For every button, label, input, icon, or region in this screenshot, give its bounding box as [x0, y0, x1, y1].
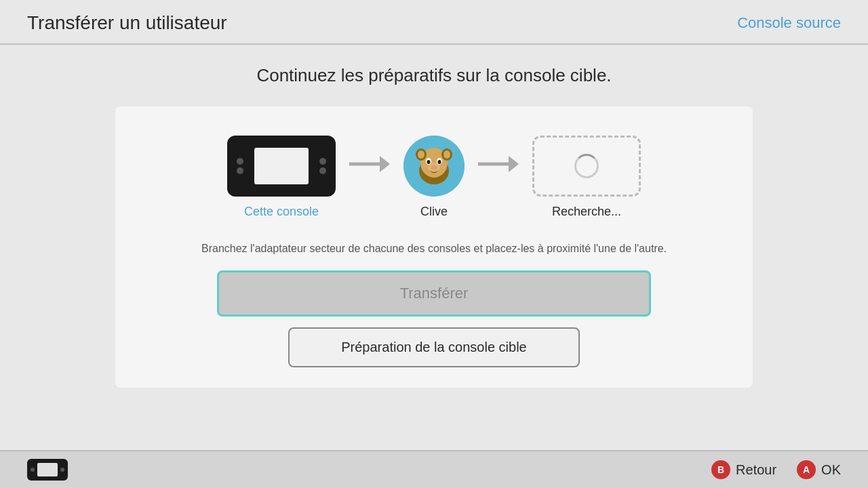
- arrow-item-2: [478, 134, 519, 220]
- console-screen: [254, 148, 309, 184]
- page-title: Transférer un utilisateur: [27, 12, 227, 34]
- target-box: [532, 136, 641, 197]
- b-button-badge: B: [711, 460, 730, 479]
- footer-console: [27, 459, 68, 481]
- target-label: Recherche...: [552, 205, 621, 219]
- target-console-item: Recherche...: [532, 136, 641, 219]
- loading-spinner: [574, 154, 599, 178]
- user-name-label: Clive: [420, 205, 448, 219]
- back-label: Retour: [736, 462, 776, 478]
- prepare-button[interactable]: Préparation de la console cible: [288, 327, 580, 367]
- instruction-text: Branchez l'adaptateur secteur de chacune…: [201, 241, 667, 257]
- footer: B Retour A OK: [0, 450, 868, 488]
- ok-label: OK: [821, 462, 841, 478]
- avatar-image: [403, 136, 465, 197]
- footer-dot-left: [31, 468, 35, 472]
- svg-marker-1: [380, 156, 390, 172]
- back-button-group[interactable]: B Retour: [711, 460, 776, 479]
- source-console-label: Cette console: [244, 205, 319, 219]
- svg-point-15: [440, 165, 447, 169]
- console-dot-br: [319, 167, 326, 174]
- console-dot-bl: [237, 167, 243, 174]
- footer-dot-right: [60, 468, 64, 472]
- ok-button-group[interactable]: A OK: [797, 460, 841, 479]
- svg-marker-18: [509, 156, 519, 172]
- main-content: Continuez les préparatifs sur la console…: [0, 45, 868, 408]
- svg-point-7: [418, 150, 425, 159]
- footer-console-icon: [27, 459, 68, 481]
- svg-point-11: [427, 160, 431, 164]
- arrow-icon: [349, 150, 390, 178]
- main-subtitle: Continuez les préparatifs sur la console…: [256, 65, 611, 86]
- svg-point-8: [443, 150, 450, 159]
- arrow-item: [349, 134, 390, 220]
- console-left-buttons: [237, 158, 243, 174]
- user-avatar-item: Clive: [403, 136, 465, 219]
- console-icon: [227, 136, 336, 197]
- transfer-button[interactable]: Transférer: [217, 270, 651, 317]
- transfer-row: Cette console: [227, 134, 641, 220]
- footer-screen: [37, 463, 58, 476]
- transfer-card: Cette console: [115, 106, 753, 388]
- footer-buttons: B Retour A OK: [711, 460, 841, 479]
- a-button-badge: A: [797, 460, 816, 479]
- arrow-icon-2: [478, 150, 519, 178]
- console-source-link[interactable]: Console source: [737, 14, 841, 32]
- console-dot-tl: [237, 158, 243, 165]
- console-dot-tr: [319, 158, 326, 165]
- console-right-buttons: [319, 158, 326, 174]
- svg-point-16: [428, 163, 440, 172]
- source-console-item: Cette console: [227, 136, 336, 219]
- svg-point-14: [421, 165, 428, 169]
- user-avatar: [403, 136, 465, 197]
- page-header: Transférer un utilisateur Console source: [0, 0, 868, 43]
- svg-point-12: [438, 160, 441, 164]
